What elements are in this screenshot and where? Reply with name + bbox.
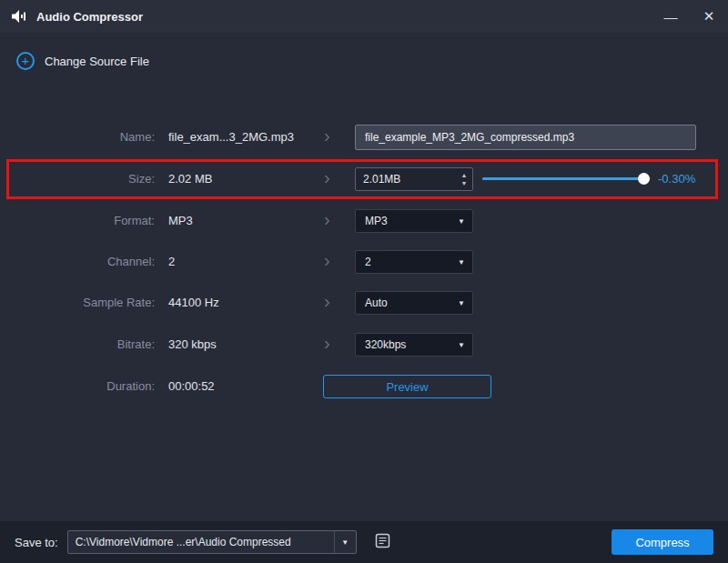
- slider-handle[interactable]: [638, 173, 650, 185]
- dropdown-arrow-icon: ▼: [458, 299, 472, 307]
- spin-up-icon[interactable]: ▲: [461, 172, 468, 178]
- titlebar: Audio Compressor — ✕: [0, 0, 728, 33]
- channel-value: 2: [168, 248, 175, 276]
- plus-circle-icon: +: [16, 52, 35, 70]
- row-channel: Channel: 2 › 2 ▼: [0, 248, 728, 276]
- speaker-icon: [12, 10, 27, 23]
- row-duration: Duration: 00:00:52 Preview: [0, 373, 728, 400]
- slider-track: [482, 177, 651, 180]
- channel-dropdown-value: 2: [356, 256, 458, 268]
- change-source-file-label: Change Source File: [45, 55, 149, 68]
- preview-button[interactable]: Preview: [323, 375, 491, 398]
- audio-compressor-window: Audio Compressor — ✕ + Change Source Fil…: [0, 0, 728, 563]
- row-name: Name: file_exam...3_2MG.mp3 ›: [0, 124, 728, 151]
- spin-down-icon[interactable]: ▼: [461, 180, 468, 186]
- close-button[interactable]: ✕: [690, 0, 728, 33]
- change-source-file-button[interactable]: + Change Source File: [16, 52, 149, 70]
- target-size-value: 2.01MB: [356, 173, 456, 186]
- bitrate-dropdown[interactable]: 320kbps ▼: [355, 333, 473, 357]
- format-dropdown-value: MP3: [356, 215, 458, 227]
- size-reduction-percent: -0.30%: [658, 166, 695, 193]
- open-folder-icon: [375, 533, 393, 552]
- output-name-input[interactable]: [355, 125, 696, 150]
- name-label: Name:: [120, 124, 155, 151]
- chevron-right-icon: ›: [324, 124, 330, 148]
- row-sample-rate: Sample Rate: 44100 Hz › Auto ▼: [0, 289, 728, 317]
- chevron-right-icon: ›: [324, 289, 330, 314]
- chevron-right-icon: ›: [324, 248, 330, 273]
- channel-label: Channel:: [107, 248, 155, 276]
- size-slider[interactable]: [482, 166, 651, 193]
- chevron-right-icon: ›: [324, 166, 330, 190]
- row-size: Size: 2.02 MB › 2.01MB ▲ ▼ -0.30%: [0, 166, 728, 193]
- window-title: Audio Compressor: [36, 10, 143, 24]
- sample-rate-label: Sample Rate:: [83, 289, 155, 317]
- format-label: Format:: [114, 207, 155, 235]
- row-bitrate: Bitrate: 320 kbps › 320kbps ▼: [0, 331, 728, 358]
- bitrate-value: 320 kbps: [168, 331, 217, 358]
- compress-button[interactable]: Compress: [612, 529, 713, 555]
- chevron-right-icon: ›: [324, 331, 330, 356]
- dropdown-arrow-icon[interactable]: ▼: [334, 531, 356, 553]
- target-size-spinner[interactable]: 2.01MB ▲ ▼: [355, 167, 473, 191]
- channel-dropdown[interactable]: 2 ▼: [355, 250, 473, 274]
- size-value: 2.02 MB: [168, 166, 212, 193]
- save-path-combo[interactable]: C:\Vidmore\Vidmore ...er\Audio Compresse…: [67, 530, 357, 554]
- name-value: file_exam...3_2MG.mp3: [168, 124, 294, 151]
- chevron-right-icon: ›: [324, 207, 330, 232]
- dropdown-arrow-icon: ▼: [458, 341, 472, 349]
- duration-value: 00:00:52: [168, 373, 215, 400]
- dropdown-arrow-icon: ▼: [458, 258, 472, 266]
- save-to-label: Save to:: [15, 536, 58, 549]
- sample-rate-value: 44100 Hz: [168, 289, 219, 317]
- footer-bar: Save to: C:\Vidmore\Vidmore ...er\Audio …: [0, 521, 728, 563]
- browse-folder-button[interactable]: [371, 530, 397, 554]
- dropdown-arrow-icon: ▼: [458, 217, 472, 226]
- spinner-arrows: ▲ ▼: [456, 168, 472, 190]
- duration-label: Duration:: [106, 373, 155, 400]
- minimize-button[interactable]: —: [652, 0, 690, 33]
- bitrate-dropdown-value: 320kbps: [356, 338, 458, 351]
- size-label: Size:: [128, 166, 155, 193]
- slider-fill: [482, 177, 644, 180]
- format-dropdown[interactable]: MP3 ▼: [355, 209, 473, 233]
- bitrate-label: Bitrate:: [117, 331, 155, 358]
- window-controls: — ✕: [652, 0, 728, 33]
- sample-rate-dropdown-value: Auto: [356, 297, 458, 309]
- sample-rate-dropdown[interactable]: Auto ▼: [355, 291, 473, 315]
- format-value: MP3: [168, 207, 193, 235]
- save-path-value: C:\Vidmore\Vidmore ...er\Audio Compresse…: [68, 536, 334, 548]
- row-format: Format: MP3 › MP3 ▼: [0, 207, 728, 235]
